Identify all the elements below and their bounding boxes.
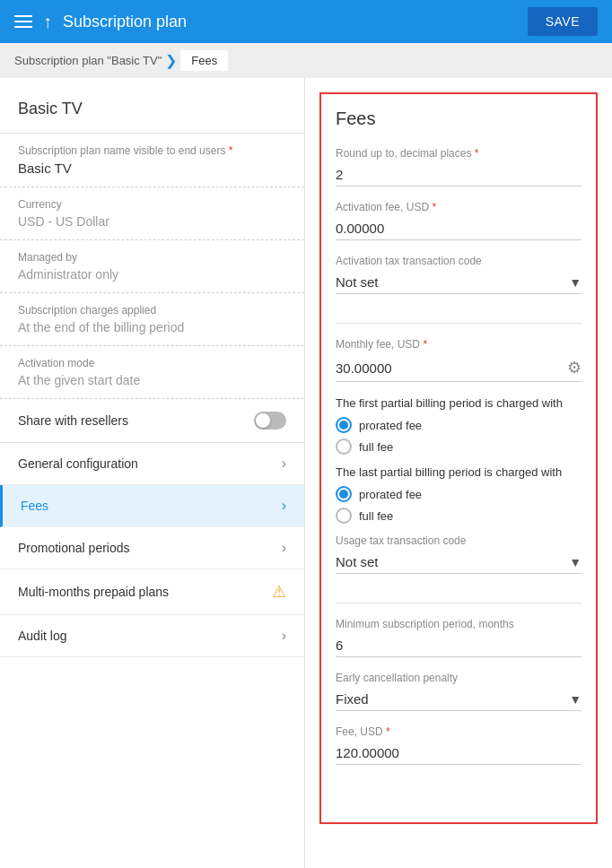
field-round-up: Round up to, decimal places * 2 [336,147,581,187]
radio-prorated-label: prorated fee [359,419,422,432]
field-usage-tax-select[interactable]: Not set ▼ [336,551,581,574]
field-min-period: Minimum subscription period, months 6 [336,618,581,657]
field-plan-name-label: Subscription plan name visible to end us… [18,144,286,157]
field-activation-tax: Activation tax transaction code Not set … [336,255,581,294]
warning-icon: ⚠ [272,582,286,602]
fees-container: Fees Round up to, decimal places * 2 [319,92,598,824]
field-currency: Currency USD - US Dollar [0,187,304,240]
last-partial-prorated[interactable]: prorated fee [336,486,581,502]
share-resellers-label: Share with resellers [18,413,128,428]
chevron-icon: › [282,540,286,556]
sidebar-plan-name: Basic TV [0,92,304,134]
main-container: Basic TV Subscription plan name visible … [0,78,612,868]
field-usage-tax-value: Not set [336,554,379,569]
field-activation-fee: Activation fee, USD * 0.00000 [336,201,581,240]
back-icon[interactable]: ↑ [43,12,52,32]
fees-section-minimum: Minimum subscription period, months 6 Ea… [336,618,581,794]
dropdown-arrow-icon: ▼ [569,275,581,290]
field-activation-fee-value[interactable]: 0.00000 [336,217,581,240]
app-header: ↑ Subscription plan SAVE [0,0,612,43]
field-activation-tax-select[interactable]: Not set ▼ [336,271,581,294]
filter-icon[interactable]: ⚙ [567,358,581,378]
first-partial-prorated[interactable]: prorated fee [336,417,581,433]
breadcrumb-separator: ❯ [165,52,177,69]
sidebar-item-general-configuration[interactable]: General configuration › [0,443,304,485]
radio-full-unselected[interactable] [336,438,352,455]
dropdown-arrow-usage-icon: ▼ [569,555,581,569]
share-resellers-toggle[interactable] [254,412,286,430]
breadcrumb-current: Fees [180,50,228,71]
sidebar-item-promotional-periods[interactable]: Promotional periods › [0,527,304,569]
radio-last-full-unselected[interactable] [336,508,352,524]
field-round-up-label: Round up to, decimal places * [336,147,581,160]
field-managed-by-value: Administrator only [18,267,286,282]
field-currency-label: Currency [18,198,286,211]
field-fee-usd-label: Fee, USD * [336,725,581,738]
chevron-icon: › [282,456,286,472]
chevron-right-icon: › [282,498,286,514]
radio-last-prorated-selected[interactable] [336,486,352,502]
field-activation-tax-value: Not set [336,274,379,290]
radio-full-label: full fee [359,440,393,454]
dropdown-arrow-penalty-icon: ▼ [569,692,581,707]
field-cancellation-penalty-label: Early cancellation penalty [336,672,581,684]
last-partial-full[interactable]: full fee [336,508,581,524]
field-activation-mode: Activation mode At the given start date [0,346,304,399]
field-activation-mode-label: Activation mode [18,357,286,369]
sidebar-item-audit-log[interactable]: Audit log › [0,615,304,657]
field-activation-mode-value: At the given start date [18,373,286,387]
field-currency-value: USD - US Dollar [18,214,286,229]
field-cancellation-penalty: Early cancellation penalty Fixed ▼ [336,672,581,711]
breadcrumb-parent[interactable]: Subscription plan "Basic TV" [14,54,162,67]
last-partial-period: The last partial billing period is charg… [336,465,581,524]
first-partial-period: The first partial billing period is char… [336,396,581,455]
field-monthly-fee: Monthly fee, USD * 30.00000 ⚙ [336,338,581,382]
share-resellers-row: Share with resellers [0,399,304,443]
field-managed-by: Managed by Administrator only [0,240,304,293]
field-charges: Subscription charges applied At the end … [0,293,304,346]
field-managed-by-label: Managed by [18,251,286,264]
sidebar-item-fees[interactable]: Fees › [0,485,304,527]
menu-icon[interactable] [14,15,32,28]
field-fee-usd: Fee, USD * 120.00000 [336,725,581,765]
field-activation-tax-label: Activation tax transaction code [336,255,581,267]
field-round-up-value[interactable]: 2 [336,163,581,187]
radio-prorated-selected[interactable] [336,417,352,433]
field-monthly-fee-value[interactable]: 30.00000 ⚙ [336,354,581,382]
fees-title: Fees [336,108,581,129]
field-min-period-value[interactable]: 6 [336,634,581,657]
breadcrumb: Subscription plan "Basic TV" ❯ Fees [0,43,612,78]
radio-last-full-label: full fee [359,509,393,523]
field-usage-tax: Usage tax transaction code Not set ▼ [336,534,581,574]
sidebar-item-multi-months[interactable]: Multi-months prepaid plans ⚠ [0,569,304,615]
field-charges-label: Subscription charges applied [18,304,286,317]
radio-last-prorated-label: prorated fee [359,488,422,501]
chevron-icon: › [282,628,286,644]
field-monthly-fee-label: Monthly fee, USD * [336,338,581,351]
header-title: Subscription plan [63,13,517,31]
sidebar: Basic TV Subscription plan name visible … [0,78,305,868]
fees-section-basic: Round up to, decimal places * 2 Activati… [336,147,581,324]
field-activation-fee-label: Activation fee, USD * [336,201,581,213]
fees-section-monthly: Monthly fee, USD * 30.00000 ⚙ The first … [336,338,581,603]
field-usage-tax-label: Usage tax transaction code [336,534,581,547]
field-charges-value: At the end of the billing period [18,320,286,334]
field-cancellation-penalty-select[interactable]: Fixed ▼ [336,688,581,711]
first-partial-period-text: The first partial billing period is char… [336,396,581,410]
field-cancellation-penalty-value: Fixed [336,691,369,707]
save-button[interactable]: SAVE [528,7,598,36]
last-partial-period-text: The last partial billing period is charg… [336,465,581,479]
first-partial-full[interactable]: full fee [336,438,581,455]
field-fee-usd-value[interactable]: 120.00000 [336,742,581,765]
field-min-period-label: Minimum subscription period, months [336,618,581,630]
field-plan-name: Subscription plan name visible to end us… [0,134,304,187]
field-plan-name-value: Basic TV [18,161,286,176]
right-panel: Fees Round up to, decimal places * 2 [305,78,612,868]
